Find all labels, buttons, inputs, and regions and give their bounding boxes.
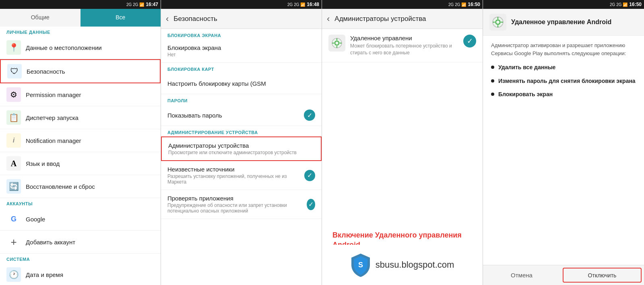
security-title: Безопасность [173,15,217,23]
network-2: 2G 2G 📶 [287,2,305,7]
task-label: Диспетчер запуска [26,114,78,121]
watermark: S sbusu.blogspot.com [322,245,483,285]
security-icon: 🛡 [7,64,22,78]
verify-apps-title: Проверять приложения [167,195,307,202]
settings-item-lang[interactable]: A Язык и ввод [0,152,161,175]
settings-item-google[interactable]: G Google [0,208,161,231]
notification-label: Notification manager [26,137,81,144]
section-personal: ЛИЧНЫЕ ДАННЫЕ [0,27,161,36]
bullet-2: Изменять пароль для снятия блокировки эк… [491,77,636,85]
verify-apps-check[interactable]: ✓ [307,199,315,210]
settings-item-datetime[interactable]: 🕐 Дата и время [0,263,161,285]
settings-item-permission[interactable]: ⚙ Permission manager [0,83,161,106]
location-icon: 📍 [6,40,21,55]
tab-all[interactable]: Все [80,9,161,27]
remote-admin-sub: Может блокировать потерянное устройство … [350,43,463,56]
bullet-1: Удалить все данные [491,64,636,72]
disable-button[interactable]: Отключить [563,268,642,283]
admin-detail-header: Удаленное управление Android [483,9,644,36]
add-account-label: Добавить аккаунт [26,239,75,246]
bullet-dot-3 [491,93,494,96]
cancel-button[interactable]: Отмена [483,265,560,285]
label-passwords: ПАРОЛИ [161,94,322,105]
label-card-lock: БЛОКИРОВКА КАРТ [161,63,322,73]
verify-apps-sub: Предупреждение об опасности или запрет у… [167,202,307,214]
google-icon: G [6,212,21,226]
clock-3: 16:50 [468,2,480,7]
device-admin-title: Администраторы устройства [168,142,297,149]
bullet-dot-2 [491,79,494,83]
clock-1: 16:47 [146,2,158,7]
device-admin-sub: Просмотрите или отключите администраторо… [168,150,297,155]
status-bar-4: 2G 2G 📶 16:50 [483,0,644,9]
permission-label: Permission manager [26,91,81,98]
row-unknown-sources[interactable]: Неизвестные источники Разрешить установк… [161,161,322,190]
section-system: СИСТЕМА [0,254,161,263]
settings-list: ЛИЧНЫЕ ДАННЫЕ 📍 Данные о местоположении … [0,27,161,285]
add-icon: + [6,235,21,249]
admin-detail-body: Администратор активирован и разрешает пр… [483,36,644,110]
security-label: Безопасность [27,68,65,75]
settings-item-add-account[interactable]: + Добавить аккаунт [0,231,161,254]
unknown-sources-sub: Разрешить установку приложений, полученн… [167,173,304,185]
network-3: 2G 2G 📶 [448,2,466,7]
panel-device-admins: 2G 2G 📶 16:50 ‹ Администраторы устройств… [322,0,483,285]
location-label: Данные о местоположении [26,44,102,51]
row-show-pass[interactable]: Показывать пароль ✓ [161,105,322,126]
admin-detail-footer: Отмена Отключить [483,265,644,285]
restore-icon: 🔄 [6,179,21,194]
row-lock-screen[interactable]: Блокировка экрана Нет [161,39,322,63]
row-device-admin[interactable]: Администраторы устройства Просмотрите ил… [161,136,322,161]
settings-item-location[interactable]: 📍 Данные о местоположении [0,36,161,59]
svg-text:S: S [358,261,363,269]
notif-icon: i [6,133,21,148]
show-pass-check[interactable]: ✓ [304,109,315,121]
section-accounts: АККАУНТЫ [0,198,161,208]
google-label: Google [26,216,45,223]
tab-general[interactable]: Общие [0,9,80,27]
panel-security: 2G 2G 📶 16:48 ‹ Безопасность БЛОКИРОВКА … [161,0,322,285]
lang-label: Язык и ввод [26,160,60,167]
watermark-url: sbusu.blogspot.com [376,260,454,270]
panel-admin-detail: 2G 2G 📶 16:50 Удаленное управление Andro… [483,0,644,285]
bullet-text-2: Изменять пароль для снятия блокировки эк… [498,77,636,85]
remote-admin-text: Удаленное управлени Может блокировать по… [350,35,463,56]
card-lock-title: Настроить блокировку карты (GSM [167,80,266,87]
network-4: 2G 2G 📶 [610,2,627,7]
settings-item-notification[interactable]: i Notification manager [0,129,161,152]
permission-icon: ⚙ [6,87,21,102]
top-bar-admin: ‹ Администраторы устройства [322,9,483,29]
clock-4: 16:50 [629,2,642,7]
panel-settings-list: 2G 2G 📶 16:47 Общие Все ЛИЧНЫЕ ДАННЫЕ 📍 … [0,0,161,285]
restore-label: Восстановление и сброс [26,183,95,190]
admin-detail-desc: Администратор активирован и разрешает пр… [491,41,636,57]
remote-admin-title: Удаленное управлени [350,35,463,41]
device-admin-remote-item[interactable]: Удаленное управлени Может блокировать по… [322,29,483,62]
label-device-admin: АДМИНИСТРИРОВАНИЕ УСТРОЙСТВА [161,126,322,136]
network-indicator: 2G 2G 📶 [126,2,144,7]
show-pass-title: Показывать пароль [167,112,222,119]
bullet-text-3: Блокировать экран [498,91,553,99]
status-bar-2: 2G 2G 📶 16:48 [161,0,322,9]
remote-admin-check[interactable]: ✓ [463,35,476,48]
bullet-dot-1 [491,66,494,69]
task-icon: 📋 [6,110,21,125]
clock-2: 16:48 [307,2,319,7]
row-card-lock[interactable]: Настроить блокировку карты (GSM [161,73,322,94]
back-button-admin[interactable]: ‹ [327,14,330,24]
tab-bar: Общие Все [0,9,161,27]
settings-item-restore[interactable]: 🔄 Восстановление и сброс [0,175,161,198]
admin-detail-title: Удаленное управление Android [511,19,611,26]
status-bar-1: 2G 2G 📶 16:47 [0,0,161,9]
admin-detail-icon [489,14,506,31]
unknown-sources-check[interactable]: ✓ [304,170,315,181]
row-verify-apps[interactable]: Проверять приложения Предупреждение об о… [161,190,322,219]
lang-icon: A [6,156,21,171]
settings-item-security[interactable]: 🛡 Безопасность [0,59,161,83]
admin-list-title: Администраторы устройства [334,15,426,23]
bullet-text-1: Удалить все данные [498,64,555,72]
clock-icon: 🕐 [6,267,21,282]
back-button-security[interactable]: ‹ [166,14,169,24]
settings-item-task[interactable]: 📋 Диспетчер запуска [0,106,161,129]
remote-admin-icon [328,35,345,52]
